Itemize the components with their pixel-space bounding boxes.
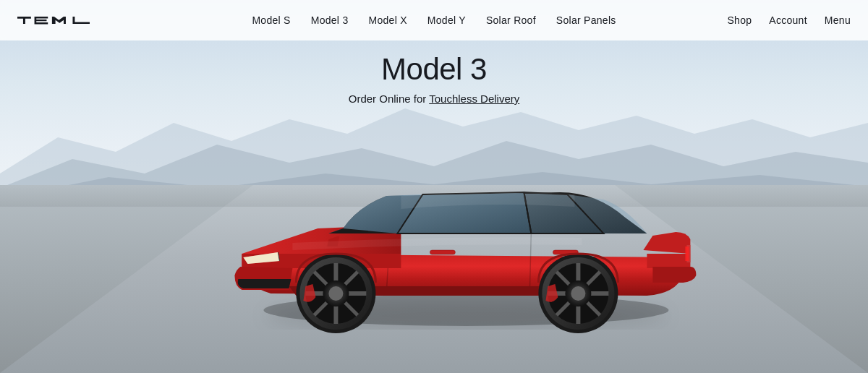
nav-link-solar-roof[interactable]: Solar Roof — [486, 14, 536, 26]
svg-point-24 — [328, 286, 343, 301]
hero-subtitle: Order Online for Touchless Delivery — [0, 93, 868, 105]
nav-link-model-s[interactable]: Model S — [252, 14, 290, 26]
nav-link-account[interactable]: Account — [769, 14, 807, 26]
tesla-logo[interactable] — [17, 12, 90, 28]
touchless-delivery-link[interactable]: Touchless Delivery — [429, 93, 519, 105]
nav-center-links: Model S Model 3 Model X Model Y Solar Ro… — [252, 14, 616, 26]
hero-section: Model S Model 3 Model X Model Y Solar Ro… — [0, 0, 868, 373]
hero-title: Model 3 — [0, 52, 868, 87]
nav-link-shop[interactable]: Shop — [727, 14, 752, 26]
svg-point-33 — [571, 286, 585, 301]
car-image — [184, 73, 705, 333]
nav-link-menu[interactable]: Menu — [825, 14, 851, 26]
nav-right-links: Shop Account Menu — [727, 14, 851, 26]
nav-link-model-y[interactable]: Model Y — [427, 14, 466, 26]
hero-text-container: Model 3 Order Online for Touchless Deliv… — [0, 52, 868, 105]
svg-rect-14 — [430, 250, 455, 254]
navigation: Model S Model 3 Model X Model Y Solar Ro… — [0, 0, 868, 40]
nav-link-solar-panels[interactable]: Solar Panels — [556, 14, 616, 26]
hero-subtitle-prefix: Order Online for — [349, 93, 429, 105]
nav-link-model-x[interactable]: Model X — [369, 14, 407, 26]
nav-link-model-3[interactable]: Model 3 — [311, 14, 349, 26]
